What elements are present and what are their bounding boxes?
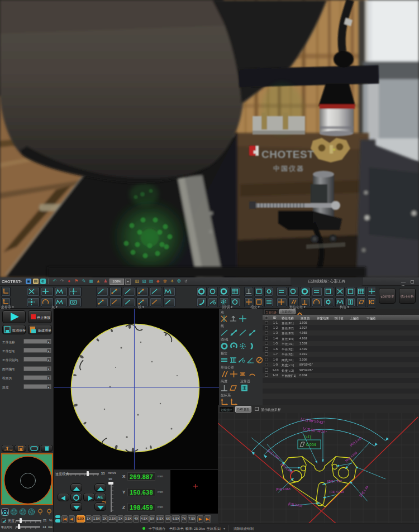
- svg-text:[Φ4] 4.963: [Φ4] 4.963: [276, 487, 291, 491]
- svg-text:CHOTEST: CHOTEST: [261, 148, 314, 160]
- svg-text:UPLOAD: UPLOAD: [4, 448, 13, 451]
- svg-text:[D1] 3.008: [D1] 3.008: [288, 502, 303, 507]
- svg-text:中国仪器: 中国仪器: [273, 165, 304, 172]
- svg-text:[R3] 4.019: [R3] 4.019: [330, 490, 344, 493]
- svg-text:[R4] 1.49: [R4] 1.49: [359, 485, 369, 497]
- svg-text:[R2] 1.493: [R2] 1.493: [349, 436, 363, 447]
- svg-text:IC: IC: [369, 299, 374, 305]
- svg-text:[Φ3] 4.955: [Φ3] 4.955: [345, 451, 358, 463]
- svg-text:[∠2] 90°04'26": [∠2] 90°04'26": [303, 426, 327, 435]
- svg-text:[Φ2] 1.927: [Φ2] 1.927: [327, 480, 342, 483]
